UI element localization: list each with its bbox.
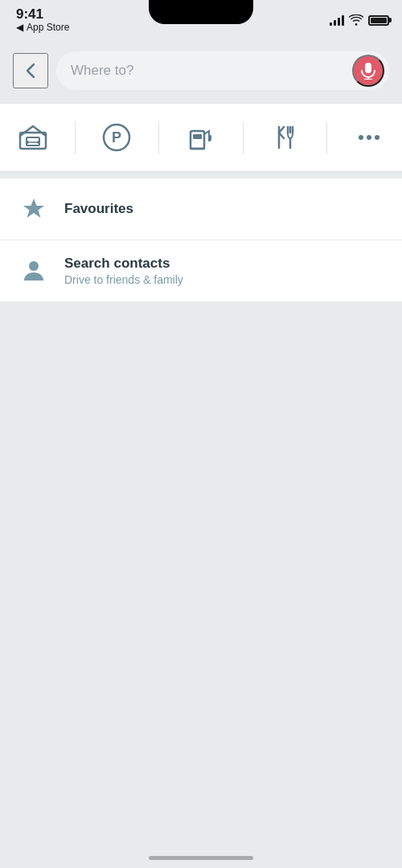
- contacts-icon-wrap: [16, 253, 51, 289]
- contacts-subtitle: Drive to friends & family: [64, 273, 183, 286]
- category-parking-garage[interactable]: [9, 113, 57, 162]
- gas-icon: [187, 123, 215, 152]
- category-more[interactable]: [345, 113, 393, 162]
- category-parking[interactable]: P: [92, 113, 141, 162]
- category-food[interactable]: [260, 113, 309, 162]
- favourites-icon-wrap: [16, 191, 51, 227]
- battery-fill: [371, 18, 387, 23]
- mic-icon: [360, 62, 376, 80]
- mic-button[interactable]: [352, 55, 384, 87]
- search-bar[interactable]: Where to?: [56, 51, 389, 90]
- favourites-item[interactable]: Favourites: [0, 178, 402, 240]
- status-indicators: [330, 14, 389, 26]
- favourites-title: Favourites: [64, 201, 133, 217]
- parking-icon: P: [102, 123, 131, 152]
- divider-2: [158, 121, 159, 154]
- svg-rect-10: [193, 134, 202, 139]
- signal-bar-3: [338, 18, 340, 26]
- divider-4: [326, 121, 327, 154]
- category-gas[interactable]: [177, 113, 225, 162]
- svg-point-6: [37, 141, 40, 144]
- signal-bar-4: [342, 15, 344, 26]
- wifi-icon: [349, 14, 363, 26]
- categories-row: P: [0, 103, 402, 172]
- signal-bars: [330, 14, 344, 26]
- svg-point-20: [367, 135, 371, 140]
- notch: [149, 0, 253, 24]
- favourites-text: Favourites: [64, 201, 133, 217]
- divider-1: [75, 121, 76, 154]
- food-icon: [270, 123, 299, 152]
- contacts-title: Search contacts: [64, 256, 183, 272]
- person-icon: [21, 258, 47, 284]
- status-time: 9:41: [16, 7, 43, 23]
- status-app-store: ◀ App Store: [16, 22, 69, 33]
- search-area: Where to?: [0, 40, 402, 103]
- search-placeholder: Where to?: [71, 63, 346, 79]
- svg-point-5: [26, 141, 29, 144]
- svg-rect-9: [191, 131, 204, 149]
- signal-bar-1: [330, 23, 332, 26]
- garage-icon: [18, 123, 47, 152]
- more-icon: [355, 123, 384, 152]
- star-icon: [21, 196, 47, 222]
- svg-point-21: [375, 135, 379, 140]
- status-left: 9:41 ◀ App Store: [16, 7, 69, 34]
- app-store-label: App Store: [27, 22, 69, 33]
- svg-rect-0: [365, 63, 371, 73]
- list-section: Favourites Search contacts Drive to frie…: [0, 178, 402, 301]
- divider-3: [243, 121, 244, 154]
- back-arrow-small: ◀: [16, 22, 23, 33]
- battery-icon: [368, 15, 389, 26]
- back-button[interactable]: [13, 53, 48, 88]
- svg-point-19: [359, 135, 363, 140]
- contacts-text: Search contacts Drive to friends & famil…: [64, 256, 183, 286]
- back-chevron-icon: [27, 63, 35, 78]
- svg-text:P: P: [112, 129, 121, 145]
- signal-bar-2: [334, 20, 336, 26]
- svg-point-22: [29, 261, 39, 271]
- search-contacts-item[interactable]: Search contacts Drive to friends & famil…: [0, 240, 402, 301]
- status-bar: 9:41 ◀ App Store: [0, 0, 402, 40]
- home-indicator: [149, 856, 253, 860]
